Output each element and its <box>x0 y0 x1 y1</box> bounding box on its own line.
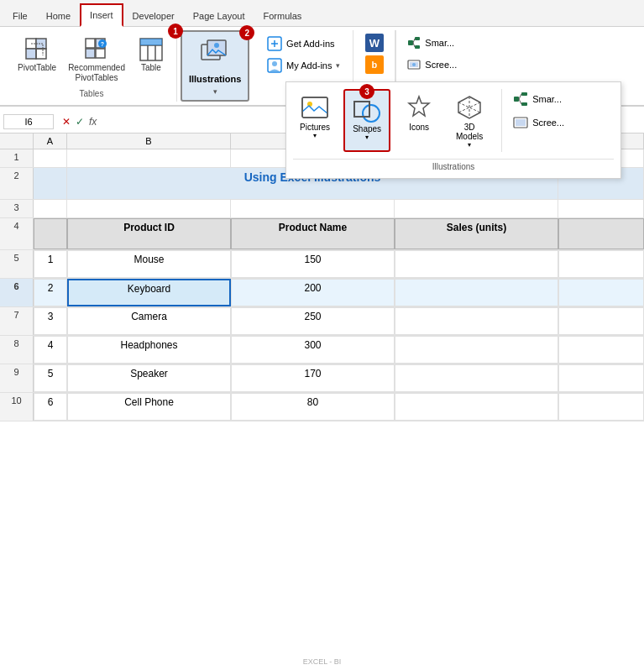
cell-e6[interactable] <box>558 279 644 306</box>
3dmodels-button[interactable]: 3DModels ▾ <box>448 89 491 152</box>
cell-a2[interactable] <box>34 168 67 199</box>
cell-c7[interactable]: 250 <box>231 307 395 335</box>
table-icon <box>138 36 165 63</box>
cell-a4[interactable] <box>34 218 67 249</box>
row-10: 10 6 Cell Phone 80 <box>0 393 644 421</box>
tables-group: 1 PivotTable <box>7 30 177 102</box>
cell-b5[interactable]: Mouse <box>67 250 231 278</box>
cell-d5[interactable] <box>395 250 558 278</box>
cell-c5[interactable]: 150 <box>231 250 395 278</box>
cell-c3[interactable] <box>231 200 395 217</box>
svg-rect-40 <box>516 119 526 126</box>
illustrations-group[interactable]: 2 Illustrations ▾ <box>181 30 249 102</box>
cell-d10[interactable] <box>395 393 558 421</box>
smartart-label: Smar... <box>425 38 454 48</box>
cancel-icon[interactable]: ✕ <box>62 116 71 128</box>
cell-a10[interactable]: 6 <box>34 393 67 421</box>
cell-d8[interactable] <box>395 336 558 364</box>
tab-file[interactable]: File <box>3 5 37 26</box>
cell-b10[interactable]: Cell Phone <box>67 393 231 421</box>
svg-rect-33 <box>354 102 369 117</box>
icons-button[interactable]: Icons <box>397 89 441 152</box>
svg-rect-7 <box>96 49 105 58</box>
cell-a8[interactable]: 4 <box>34 336 67 364</box>
cell-e8[interactable] <box>558 336 644 364</box>
svg-point-20 <box>272 61 277 66</box>
dropdown-screenshot-button[interactable]: Scree... <box>509 113 568 133</box>
row-num-8: 8 <box>0 336 34 364</box>
cell-c10[interactable]: 80 <box>231 393 395 421</box>
cell-a3[interactable] <box>34 200 67 217</box>
smartart-button[interactable]: Smar... <box>403 34 460 52</box>
function-icon[interactable]: fx <box>89 116 97 128</box>
tab-pagelayout[interactable]: Page Layout <box>184 5 254 26</box>
cell-a1[interactable] <box>34 149 67 167</box>
cell-b3[interactable] <box>67 200 231 217</box>
cell-a6[interactable]: 2 <box>34 279 67 306</box>
svg-point-28 <box>412 63 416 66</box>
cell-b8[interactable]: Headphones <box>67 336 231 364</box>
cell-c6[interactable]: 200 <box>231 279 395 306</box>
cell-a9[interactable]: 5 <box>34 364 67 392</box>
row-num-5: 5 <box>0 250 34 278</box>
cell-c8[interactable]: 300 <box>231 336 395 364</box>
cell-b9[interactable]: Speaker <box>67 364 231 392</box>
cell-d7[interactable] <box>395 307 558 335</box>
cell-d4-header[interactable]: Sales (units) <box>395 218 558 249</box>
cell-b6[interactable]: Keyboard <box>67 279 231 306</box>
dropdown-screenshot-icon <box>512 114 529 131</box>
screenshot-button[interactable]: Scree... <box>403 55 460 74</box>
row-num-10: 10 <box>0 393 34 421</box>
recommended-pivottables-button[interactable]: ? RecommendedPivotTables <box>64 34 129 86</box>
row-3: 3 <box>0 200 644 218</box>
cell-e4[interactable] <box>558 218 644 249</box>
screenshot-label: Scree... <box>425 60 457 70</box>
tables-badge: 1 <box>168 24 183 39</box>
cell-d3[interactable] <box>395 200 558 217</box>
cell-b4-header[interactable]: Product ID <box>67 218 231 249</box>
cell-c4-header[interactable]: Product Name <box>231 218 395 249</box>
shapes-button[interactable]: 3 Shapes ▾ <box>343 89 390 152</box>
tab-home[interactable]: Home <box>37 5 80 26</box>
cell-e9[interactable] <box>558 364 644 392</box>
svg-rect-14 <box>140 39 162 45</box>
cell-e7[interactable] <box>558 307 644 335</box>
cell-b7[interactable]: Camera <box>67 307 231 335</box>
icons-icon <box>404 92 434 123</box>
formula-divider: ✕ ✓ fx <box>57 116 102 128</box>
cell-e5[interactable] <box>558 250 644 278</box>
svg-text:?: ? <box>101 41 104 47</box>
svg-rect-31 <box>302 97 327 118</box>
cell-e10[interactable] <box>558 393 644 421</box>
dropdown-smartart-label: Smar... <box>532 94 562 104</box>
pictures-button[interactable]: Pictures ▾ <box>293 89 337 152</box>
word-button[interactable]: W <box>365 34 384 52</box>
my-addins-button[interactable]: My Add-ins ▾ <box>263 55 343 76</box>
col-header-b[interactable]: B <box>67 133 231 149</box>
cell-e3[interactable] <box>558 200 644 217</box>
svg-rect-1 <box>26 49 36 59</box>
svg-rect-22 <box>415 37 420 40</box>
cell-c9[interactable]: 170 <box>231 364 395 392</box>
recommended-label: RecommendedPivotTables <box>68 63 125 83</box>
svg-line-38 <box>519 99 521 104</box>
cell-b1[interactable] <box>67 149 231 167</box>
cell-d6[interactable] <box>395 279 558 306</box>
table-button[interactable]: Table <box>133 34 170 76</box>
tab-insert[interactable]: Insert <box>80 3 123 27</box>
svg-rect-35 <box>521 92 527 96</box>
cell-d9[interactable] <box>395 364 558 392</box>
tab-formulas[interactable]: Formulas <box>254 5 312 26</box>
bing-button[interactable]: b <box>365 55 384 74</box>
cell-reference[interactable] <box>3 114 54 129</box>
row-num-1: 1 <box>0 149 34 167</box>
3dmodels-label: 3DModels <box>456 123 483 141</box>
get-addins-button[interactable]: Get Add-ins <box>263 34 338 54</box>
cell-a7[interactable]: 3 <box>34 307 67 335</box>
smartart-icon <box>406 35 421 50</box>
confirm-icon[interactable]: ✓ <box>76 116 84 128</box>
col-header-a[interactable]: A <box>34 133 67 149</box>
cell-a5[interactable]: 1 <box>34 250 67 278</box>
pivottable-button[interactable]: PivotTable <box>13 34 60 76</box>
dropdown-smartart-button[interactable]: Smar... <box>509 89 568 109</box>
